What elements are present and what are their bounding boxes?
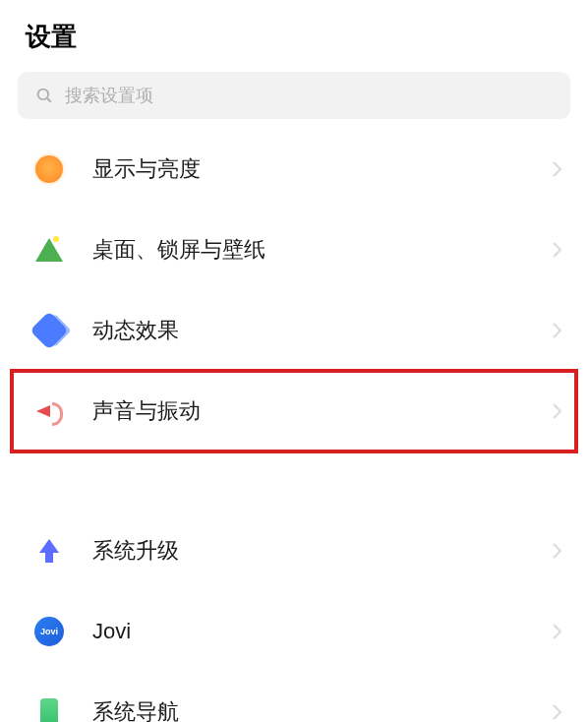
settings-list: 显示与亮度 桌面、锁屏与壁纸 动态效果 声音与振动 系统升级 Jovi Jovi…	[0, 129, 588, 722]
mountain-icon	[33, 234, 65, 266]
chevron-right-icon	[553, 323, 562, 338]
settings-item-jovi[interactable]: Jovi Jovi	[0, 591, 588, 672]
settings-item-effects[interactable]: 动态效果	[0, 290, 588, 371]
search-icon	[35, 87, 53, 104]
chevron-right-icon	[553, 543, 562, 559]
item-label: 桌面、锁屏与壁纸	[92, 235, 553, 265]
search-bar[interactable]: 搜索设置项	[18, 72, 570, 119]
upgrade-icon	[33, 535, 65, 567]
chevron-right-icon	[553, 242, 562, 258]
settings-item-nav[interactable]: 系统导航	[0, 672, 588, 722]
effects-icon	[33, 315, 65, 346]
jovi-icon: Jovi	[33, 616, 65, 647]
chevron-right-icon	[553, 161, 562, 177]
page-title: 设置	[0, 0, 588, 72]
nav-icon	[33, 696, 65, 722]
item-label: 系统升级	[92, 536, 553, 566]
settings-item-desktop[interactable]: 桌面、锁屏与壁纸	[0, 210, 588, 290]
settings-item-display[interactable]: 显示与亮度	[0, 129, 588, 210]
sun-icon	[33, 153, 65, 185]
settings-item-sound[interactable]: 声音与振动	[0, 371, 588, 451]
chevron-right-icon	[553, 624, 562, 639]
settings-item-upgrade[interactable]: 系统升级	[0, 511, 588, 591]
section-gap	[0, 451, 588, 511]
item-label: Jovi	[92, 619, 553, 644]
chevron-right-icon	[553, 403, 562, 419]
svg-line-1	[47, 98, 51, 102]
search-placeholder: 搜索设置项	[65, 84, 153, 107]
item-label: 动态效果	[92, 316, 553, 345]
svg-point-0	[38, 90, 49, 100]
chevron-right-icon	[553, 704, 562, 720]
item-label: 声音与振动	[92, 396, 553, 426]
item-label: 显示与亮度	[92, 154, 553, 184]
sound-icon	[33, 395, 65, 427]
item-label: 系统导航	[92, 697, 553, 722]
